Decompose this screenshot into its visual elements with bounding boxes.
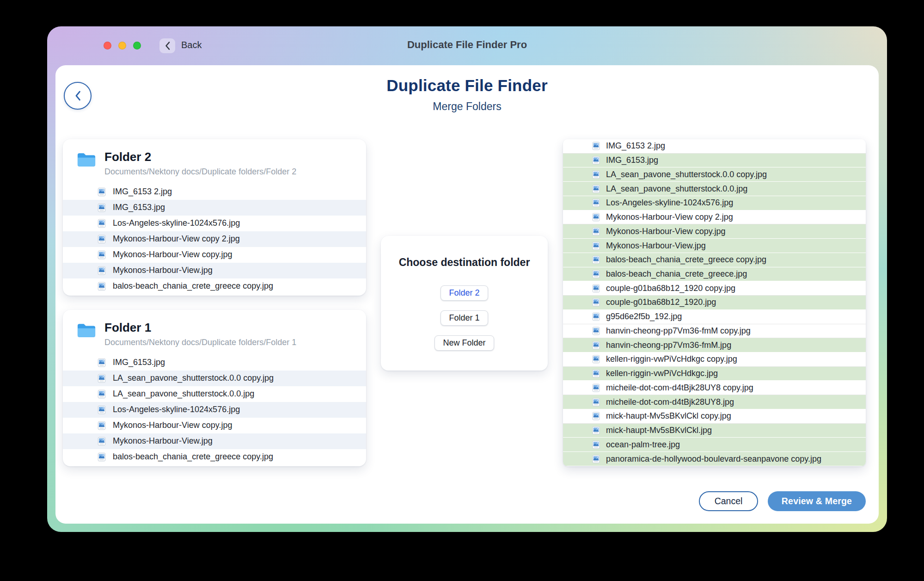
jpeg-file-icon bbox=[592, 341, 600, 350]
window-title: Duplicate File Finder Pro bbox=[47, 39, 887, 51]
file-name: IMG_6153.jpg bbox=[113, 203, 165, 212]
jpeg-file-icon bbox=[97, 250, 106, 260]
destination-option-folder-1[interactable]: Folder 1 bbox=[441, 310, 488, 326]
file-row[interactable]: micheile-dot-com-d4tBjk28UY8.jpg bbox=[563, 395, 866, 409]
jpeg-file-icon bbox=[592, 284, 600, 293]
file-row[interactable]: balos-beach_chania_crete_greece.jpg bbox=[563, 267, 866, 282]
file-name: IMG_6153.jpg bbox=[606, 155, 658, 165]
file-row[interactable]: balos-beach_chania_crete_greece copy.jpg bbox=[63, 278, 366, 294]
jpeg-file-icon bbox=[97, 374, 106, 383]
file-row[interactable]: Los-Angeles-skyline-1024x576.jpg bbox=[63, 216, 366, 231]
file-name: kellen-riggin-vwPiVcHdkgc.jpg bbox=[606, 369, 718, 378]
folder-path: Documents/Nektony docs/Duplicate folders… bbox=[104, 167, 296, 177]
file-name: mick-haupt-Mv5sBKvlCkl copy.jpg bbox=[606, 411, 731, 421]
folder-file-list: IMG_6153.jpgLA_sean_pavone_shutterstock.… bbox=[63, 355, 366, 465]
file-row[interactable]: Mykonos-Harbour-View.jpg bbox=[63, 263, 366, 278]
file-row[interactable]: Mykonos-Harbour-View copy.jpg bbox=[563, 224, 866, 239]
folder-icon bbox=[77, 152, 96, 167]
jpeg-file-icon bbox=[592, 241, 600, 250]
file-row[interactable]: kellen-riggin-vwPiVcHdkgc copy.jpg bbox=[563, 352, 866, 367]
file-row[interactable]: Mykonos-Harbour-View copy 2.jpg bbox=[563, 210, 866, 225]
destination-card: Choose destination folder Folder 2 Folde… bbox=[381, 236, 548, 371]
jpeg-file-icon bbox=[97, 421, 106, 430]
jpeg-file-icon bbox=[592, 170, 600, 179]
page-title: Duplicate File Finder bbox=[55, 76, 879, 95]
file-row[interactable]: IMG_6153 2.jpg bbox=[563, 139, 866, 154]
file-name: LA_sean_pavone_shutterstock.0.0.jpg bbox=[113, 389, 254, 399]
file-name: panoramica-de-hollywood-boulevard-seanpa… bbox=[606, 454, 821, 464]
file-row[interactable]: Mykonos-Harbour-View copy.jpg bbox=[63, 418, 366, 433]
jpeg-file-icon bbox=[592, 369, 600, 378]
jpeg-file-icon bbox=[592, 255, 600, 264]
file-row[interactable]: hanvin-cheong-pp7Vm36-fmM copy.jpg bbox=[563, 324, 866, 339]
file-name: Mykonos-Harbour-View.jpg bbox=[606, 241, 706, 251]
file-name: balos-beach_chania_crete_greece.jpg bbox=[606, 269, 747, 279]
folder-name: Folder 2 bbox=[104, 150, 296, 164]
file-row[interactable]: LA_sean_pavone_shutterstock.0.0.jpg bbox=[63, 386, 366, 402]
file-row[interactable]: couple-g01ba68b12_1920.jpg bbox=[563, 296, 866, 310]
cancel-button[interactable]: Cancel bbox=[699, 491, 758, 511]
jpeg-file-icon bbox=[592, 156, 600, 165]
file-row[interactable]: IMG_6153.jpg bbox=[63, 200, 366, 216]
jpeg-file-icon bbox=[592, 227, 600, 236]
jpeg-file-icon bbox=[97, 389, 106, 399]
file-row[interactable]: Los-Angeles-skyline-1024x576.jpg bbox=[563, 196, 866, 210]
destination-option-folder-2[interactable]: Folder 2 bbox=[441, 285, 488, 301]
file-row[interactable]: Mykonos-Harbour-View.jpg bbox=[563, 239, 866, 253]
file-name: Mykonos-Harbour-View.jpg bbox=[113, 266, 213, 275]
jpeg-file-icon bbox=[97, 405, 106, 414]
file-row[interactable]: panoramica-de-hollywood-boulevard-seanpa… bbox=[563, 452, 866, 466]
merged-file-list: IMG_6153 2.jpgIMG_6153.jpgLA_sean_pavone… bbox=[563, 139, 866, 466]
folder-card-header: Folder 2 Documents/Nektony docs/Duplicat… bbox=[63, 139, 366, 177]
file-row[interactable]: IMG_6153.jpg bbox=[563, 154, 866, 168]
file-name: couple-g01ba68b12_1920.jpg bbox=[606, 297, 716, 307]
destination-title: Choose destination folder bbox=[399, 256, 530, 269]
file-row[interactable]: couple-g01ba68b12_1920 copy.jpg bbox=[563, 281, 866, 296]
file-row[interactable]: Los-Angeles-skyline-1024x576.jpg bbox=[63, 402, 366, 418]
destination-option-new-folder[interactable]: New Folder bbox=[434, 335, 494, 351]
footer-actions: Cancel Review & Merge bbox=[699, 491, 866, 511]
file-name: balos-beach_chania_crete_greece copy.jpg bbox=[606, 255, 766, 265]
page-header: Duplicate File Finder Merge Folders bbox=[55, 76, 879, 113]
file-row[interactable]: micheile-dot-com-d4tBjk28UY8 copy.jpg bbox=[563, 381, 866, 395]
file-row[interactable]: LA_sean_pavone_shutterstock.0.0.jpg bbox=[563, 182, 866, 196]
jpeg-file-icon bbox=[97, 187, 106, 197]
file-row[interactable]: LA_sean_pavone_shutterstock.0.0 copy.jpg bbox=[63, 371, 366, 386]
merged-preview-panel: IMG_6153 2.jpgIMG_6153.jpgLA_sean_pavone… bbox=[563, 139, 866, 466]
file-row[interactable]: Mykonos-Harbour-View copy.jpg bbox=[63, 247, 366, 263]
jpeg-file-icon bbox=[97, 282, 106, 291]
file-name: LA_sean_pavone_shutterstock.0.0 copy.jpg bbox=[113, 373, 274, 383]
file-row[interactable]: IMG_6153 2.jpg bbox=[63, 184, 366, 200]
file-row[interactable]: ocean-palm-tree.jpg bbox=[563, 438, 866, 452]
folder-path: Documents/Nektony docs/Duplicate folders… bbox=[104, 338, 296, 347]
file-name: Mykonos-Harbour-View copy 2.jpg bbox=[113, 234, 240, 244]
file-row[interactable]: balos-beach_chania_crete_greece copy.jpg bbox=[563, 253, 866, 267]
file-row[interactable]: Mykonos-Harbour-View copy 2.jpg bbox=[63, 231, 366, 247]
file-name: balos-beach_chania_crete_greece copy.jpg bbox=[113, 452, 273, 462]
jpeg-file-icon bbox=[97, 452, 106, 462]
file-name: LA_sean_pavone_shutterstock.0.0.jpg bbox=[606, 184, 747, 194]
file-name: Mykonos-Harbour-View copy.jpg bbox=[113, 250, 232, 260]
file-row[interactable]: Mykonos-Harbour-View.jpg bbox=[63, 433, 366, 449]
jpeg-file-icon bbox=[592, 412, 600, 420]
jpeg-file-icon bbox=[97, 437, 106, 446]
file-row[interactable]: LA_sean_pavone_shutterstock.0.0 copy.jpg bbox=[563, 167, 866, 182]
review-merge-button[interactable]: Review & Merge bbox=[768, 491, 866, 511]
destination-options: Folder 2 Folder 1 New Folder bbox=[434, 285, 494, 351]
jpeg-file-icon bbox=[592, 398, 600, 407]
file-row[interactable]: hanvin-cheong-pp7Vm36-fmM.jpg bbox=[563, 338, 866, 352]
file-name: Mykonos-Harbour-View copy.jpg bbox=[113, 420, 232, 430]
file-name: ocean-palm-tree.jpg bbox=[606, 440, 680, 450]
file-name: LA_sean_pavone_shutterstock.0.0 copy.jpg bbox=[606, 170, 767, 179]
file-row[interactable]: IMG_6153.jpg bbox=[63, 355, 366, 371]
file-row[interactable]: kellen-riggin-vwPiVcHdkgc.jpg bbox=[563, 367, 866, 381]
file-row[interactable]: balos-beach_chania_crete_greece copy.jpg bbox=[63, 449, 366, 465]
file-row[interactable]: mick-haupt-Mv5sBKvlCkl.jpg bbox=[563, 424, 866, 438]
file-row[interactable]: g95d6e2f5b_192.jpg bbox=[563, 310, 866, 324]
folder-icon bbox=[77, 323, 96, 338]
file-name: balos-beach_chania_crete_greece copy.jpg bbox=[113, 281, 273, 291]
jpeg-file-icon bbox=[97, 203, 106, 212]
file-name: kellen-riggin-vwPiVcHdkgc copy.jpg bbox=[606, 354, 737, 364]
folder-file-list: IMG_6153 2.jpgIMG_6153.jpgLos-Angeles-sk… bbox=[63, 184, 366, 294]
file-row[interactable]: mick-haupt-Mv5sBKvlCkl copy.jpg bbox=[563, 409, 866, 424]
